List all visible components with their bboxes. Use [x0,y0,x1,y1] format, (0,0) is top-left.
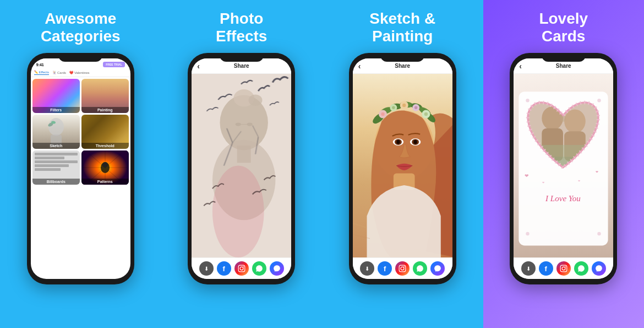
whatsapp-button-2[interactable] [252,261,266,276]
threshold-label: Threshold [81,143,129,149]
facebook-button-4[interactable]: f [539,261,553,276]
valentines-icon: ❤️ [69,71,73,74]
grid-item-sketch[interactable]: Sketch [32,115,80,149]
phone-2-notch [220,53,264,62]
grid-item-threshold[interactable]: Threshold [81,115,129,149]
category-tabs: ✏️ Effects 🃏 Cards ❤️ Valentines [31,68,130,77]
phone-1-notch [58,53,102,62]
svg-point-63 [404,266,405,267]
svg-point-14 [102,162,108,168]
phone-4: ‹ Share [510,53,617,284]
svg-text:❤: ❤ [525,173,529,179]
svg-text:❤: ❤ [543,181,545,184]
share-footer-4: ⬇ f [514,257,613,279]
svg-rect-83 [560,266,567,272]
share-title-4: Share [556,63,571,69]
panel-2-title: PhotoEffects [210,10,272,45]
svg-rect-30 [238,266,245,272]
phone-1: 9:41 FREE TRIAL ✏️ Effects 🃏 Cards ❤️ Va… [27,53,134,284]
svg-point-24 [212,166,264,258]
back-button-3[interactable]: ‹ [358,62,361,71]
messenger-button-2[interactable] [270,261,284,276]
panel-categories: AwesomeCategories 9:41 FREE TRIAL ✏️ Eff… [0,0,161,328]
photo-effects-image [192,74,291,257]
billboards-label: Billboards [32,179,80,185]
phone-4-screen: ‹ Share [514,58,613,279]
phone-3: ‹ Share [349,53,456,284]
effects-icon: ✏️ [34,70,38,74]
download-button-2[interactable]: ⬇ [199,261,214,276]
panel-1-title: AwesomeCategories [35,10,126,45]
effects-label: Effects [39,71,49,74]
phone-4-notch [542,53,586,62]
instagram-button-4[interactable] [556,261,571,276]
svg-point-18 [249,95,263,106]
back-button-2[interactable]: ‹ [197,62,200,71]
whatsapp-button-4[interactable] [574,261,588,276]
instagram-button-2[interactable] [234,261,249,276]
share-title-2: Share [234,63,249,69]
svg-point-49 [381,112,384,116]
svg-point-19 [236,123,241,126]
svg-point-53 [402,104,406,107]
instagram-button-3[interactable] [395,261,410,276]
svg-point-20 [247,123,253,126]
painting-label: Painting [81,107,129,113]
svg-point-55 [414,106,417,109]
svg-point-85 [565,266,566,267]
panel-photo-effects: PhotoEffects ‹ Share [161,0,323,328]
tab-cards[interactable]: 🃏 Cards [52,70,66,75]
messenger-button-3[interactable] [430,261,445,276]
svg-point-62 [401,267,404,270]
grid-item-billboards[interactable]: Billboards [32,150,80,185]
panel-3-title: Sketch &Painting [364,10,441,45]
svg-point-81 [526,232,530,235]
patterns-label: Patterns [81,179,129,185]
tab-effects[interactable]: ✏️ Effects [34,70,49,75]
download-button-4[interactable]: ⬇ [521,261,536,276]
panel-4-title: LovelyCards [533,10,593,45]
category-grid: Filters Painting [31,77,130,186]
svg-point-79 [526,99,530,102]
phone-2: ‹ Share [188,53,295,284]
phone-3-screen: ‹ Share [353,58,452,279]
svg-point-84 [562,267,565,270]
svg-point-82 [598,232,601,235]
svg-point-51 [392,106,395,109]
whatsapp-button-3[interactable] [413,261,427,276]
panel-sketch-painting: Sketch &Painting ‹ Share [322,0,483,328]
cards-icon: 🃏 [52,71,56,74]
filters-label: Filters [32,107,80,113]
grid-item-patterns[interactable]: Patterns [81,150,129,185]
grid-item-filters[interactable]: Filters [32,79,80,113]
facebook-button-2[interactable]: f [217,261,231,276]
free-trial-badge[interactable]: FREE TRIAL [103,62,124,67]
svg-point-31 [240,267,243,270]
grid-item-painting[interactable]: Painting [81,79,129,113]
sketch-painting-image [353,74,452,257]
svg-point-32 [243,266,244,267]
svg-text:❤: ❤ [596,170,598,174]
back-button-4[interactable]: ‹ [519,62,522,71]
cards-label: Cards [57,71,66,74]
svg-text:❤: ❤ [578,179,580,182]
svg-point-57 [424,112,427,116]
facebook-button-3[interactable]: f [378,261,392,276]
svg-text:I Love You: I Love You [545,194,581,203]
panel-lovely-cards: LovelyCards ‹ Share [483,0,645,328]
share-footer-3: ⬇ f [353,257,452,279]
download-button-3[interactable]: ⬇ [360,261,374,276]
tab-valentines[interactable]: ❤️ Valentines [69,70,90,75]
svg-rect-61 [399,266,406,272]
svg-point-0 [48,118,64,136]
valentines-label: Valentines [74,71,90,74]
time: 9:41 [36,63,44,67]
lovely-cards-image: ❤ ❤ ❤ ❤ I Love You [514,74,613,257]
messenger-button-4[interactable] [592,261,606,276]
phone-2-screen: ‹ Share [192,58,291,279]
svg-point-37 [396,140,400,144]
svg-point-40 [413,140,417,144]
svg-point-80 [598,99,601,102]
sketch-label: Sketch [32,143,80,149]
share-title-3: Share [395,63,410,69]
